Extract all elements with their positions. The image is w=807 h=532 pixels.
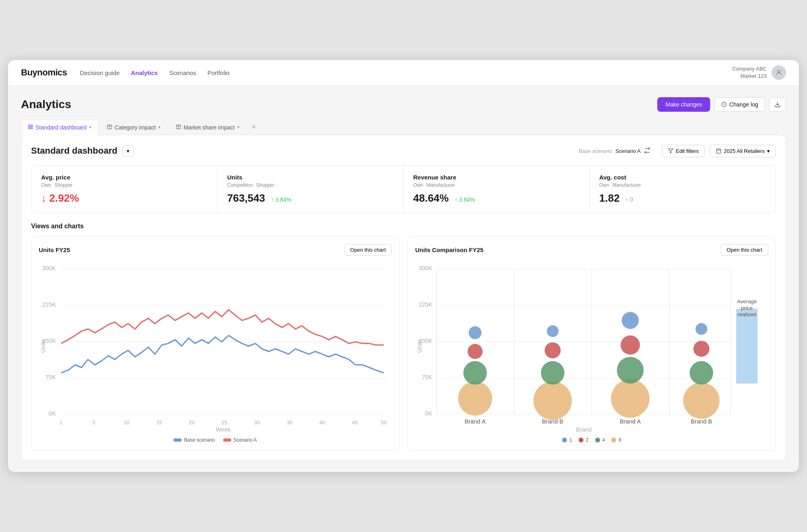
tab-standard-label: Standard dashboard xyxy=(36,124,87,131)
kpi-revenue-number: 48.64% xyxy=(413,192,449,204)
bubble-brandA2-4 xyxy=(617,357,644,384)
svg-text:Brand B: Brand B xyxy=(691,418,712,425)
open-chart1-button[interactable]: Open this chart xyxy=(344,244,392,256)
nav-decision-guide[interactable]: Decision guide xyxy=(80,69,119,76)
bubble-brandA2-2 xyxy=(621,335,640,355)
svg-rect-3 xyxy=(29,125,30,127)
svg-marker-13 xyxy=(668,149,673,153)
legend-8: 8 xyxy=(611,437,621,443)
svg-text:Average: Average xyxy=(737,298,757,305)
kpi-revenue-change: ↑ 3.84% xyxy=(455,196,475,203)
line-chart-wrap: 300K 225K 150K 75K 0K Units xyxy=(39,261,392,443)
edit-filters-button[interactable]: Edit filters xyxy=(662,145,705,157)
svg-text:realized: realized xyxy=(738,311,756,317)
kpi-revenue-label: Revenue share xyxy=(413,174,579,181)
svg-text:30: 30 xyxy=(254,419,260,426)
page-title: Analytics xyxy=(21,98,71,111)
chart1-legend: Base scenario Scenario A xyxy=(39,437,392,443)
kpi-units-label: Units xyxy=(227,174,393,181)
header-actions: Make changes Change log xyxy=(657,97,786,112)
bubble-brandA2-8 xyxy=(611,379,649,417)
dashboard-header: Standard dashboard ▾ Base scenario Scena… xyxy=(31,145,776,157)
bubble-brandB1-2 xyxy=(545,342,561,359)
tab-category-chevron: ▾ xyxy=(158,125,161,130)
svg-text:40: 40 xyxy=(319,419,325,426)
bubble-brandB2-1 xyxy=(696,323,707,335)
kpi-row: Avg. price OwnShopper ↓ 2.92% Units Comp… xyxy=(31,165,776,213)
bubble-chart-wrap: 300K 225K 150K 75K 0K Units xyxy=(415,261,768,443)
make-changes-button[interactable]: Make changes xyxy=(657,97,710,112)
kpi-avg-cost-sublabels: OwnManufacturer xyxy=(599,182,766,188)
nav-analytics[interactable]: Analytics xyxy=(131,69,158,76)
main-content: Analytics Make changes Change log Standa… xyxy=(8,86,799,472)
legend-1-label: 1 xyxy=(569,437,572,443)
legend-2-label: 2 xyxy=(586,437,589,443)
tab-market-chevron: ▾ xyxy=(237,125,240,130)
tab-market-share[interactable]: Market share impact ▾ xyxy=(169,120,247,135)
svg-text:225K: 225K xyxy=(42,301,56,308)
bubble-brandB2-8 xyxy=(683,382,719,419)
svg-text:75K: 75K xyxy=(45,374,56,380)
scenario-value: Scenario A xyxy=(615,148,641,154)
bubble-brandB1-8 xyxy=(533,381,572,419)
tab-category-impact[interactable]: Category impact ▾ xyxy=(100,120,167,135)
line-chart-svg: 300K 225K 150K 75K 0K Units xyxy=(39,261,392,432)
legend-base-dot xyxy=(174,438,182,442)
bubble-brandB1-4 xyxy=(541,361,564,384)
change-log-button[interactable]: Change log xyxy=(714,97,765,112)
retailer-button[interactable]: 2025 All Retailers ▾ xyxy=(710,145,776,157)
svg-text:0K: 0K xyxy=(49,410,56,417)
nav-portfolio[interactable]: Portfolio xyxy=(207,69,230,76)
bubble-brandB2-2 xyxy=(693,341,709,357)
kpi-avg-price-value: ↓ 2.92% xyxy=(41,192,207,204)
tab-market-label: Market share impact xyxy=(184,124,235,131)
add-tab-button[interactable]: + xyxy=(248,121,259,133)
open-chart2-button[interactable]: Open this chart xyxy=(721,244,768,256)
kpi-avg-cost-value-row: 1.82 ↑ 0 xyxy=(599,192,766,204)
kpi-revenue-value-row: 48.64% ↑ 3.84% xyxy=(413,192,579,204)
legend-2: 2 xyxy=(579,437,589,443)
svg-text:50: 50 xyxy=(381,419,387,426)
legend-1-dot xyxy=(562,438,567,442)
legend-scenario-a-label: Scenario A xyxy=(234,437,257,443)
legend-scenario-a-dot xyxy=(223,438,231,442)
tab-standard-dashboard[interactable]: Standard dashboard ▾ xyxy=(21,120,98,135)
avatar xyxy=(771,65,786,80)
nav-scenarios[interactable]: Scenarios xyxy=(169,69,196,76)
svg-rect-5 xyxy=(29,127,30,129)
svg-text:15: 15 xyxy=(156,419,162,426)
avg-price-bar xyxy=(736,309,757,384)
clock-icon xyxy=(721,102,727,107)
legend-8-dot xyxy=(611,438,616,442)
svg-text:Brand B: Brand B xyxy=(542,418,563,425)
kpi-units-value-row: 763,543 ↑ 3.84% xyxy=(227,192,393,204)
legend-2-dot xyxy=(579,438,583,442)
bubble-brandB1-1 xyxy=(547,325,558,337)
dashboard-dropdown-button[interactable]: ▾ xyxy=(122,146,134,156)
chart-units-fy25: Units FY25 Open this chart 300K 225K 150… xyxy=(31,236,399,451)
company-name: Company ABC xyxy=(732,65,767,73)
svg-rect-14 xyxy=(717,149,721,154)
scenario-a-line xyxy=(61,310,384,345)
kpi-avg-price-number: ↓ 2.92% xyxy=(41,192,79,204)
swap-icon[interactable] xyxy=(644,147,650,155)
charts-row: Units FY25 Open this chart 300K 225K 150… xyxy=(31,236,776,451)
page-header: Analytics Make changes Change log xyxy=(21,97,786,112)
bubble-brandA1-4 xyxy=(463,361,487,384)
top-nav: Buynomics Decision guide Analytics Scena… xyxy=(8,60,799,86)
kpi-avg-cost-change: ↑ 0 xyxy=(625,196,633,203)
svg-text:300K: 300K xyxy=(42,265,56,271)
kpi-units: Units CompetitionShopper 763,543 ↑ 3.84% xyxy=(217,166,404,213)
svg-text:0K: 0K xyxy=(425,410,433,417)
svg-text:1: 1 xyxy=(60,419,63,426)
svg-rect-6 xyxy=(31,127,33,129)
download-button[interactable] xyxy=(769,97,786,112)
category-icon xyxy=(107,124,112,131)
tab-category-label: Category impact xyxy=(115,124,156,131)
svg-text:Units: Units xyxy=(40,339,46,353)
svg-text:price: price xyxy=(741,305,753,311)
svg-text:75K: 75K xyxy=(422,374,432,380)
legend-base-label: Base scenario xyxy=(184,437,215,443)
legend-scenario-a: Scenario A xyxy=(223,437,257,443)
kpi-revenue-share: Revenue share OwnManufacturer 48.64% ↑ 3… xyxy=(404,166,590,213)
